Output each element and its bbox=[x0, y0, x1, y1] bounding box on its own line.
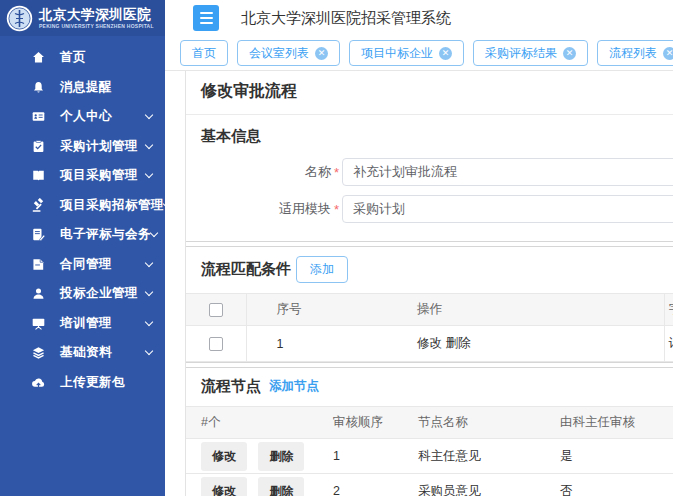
sidebar-item-label: 基础资料 bbox=[60, 344, 146, 361]
chevron-down-icon bbox=[150, 229, 158, 237]
page-title: 修改审批流程 bbox=[201, 82, 297, 99]
tab-close-icon[interactable]: ✕ bbox=[663, 47, 673, 60]
sidebar-item-bidding-management[interactable]: 项目采购招标管理 bbox=[0, 191, 165, 221]
flow-nodes-section: 流程节点 添加节点 #个 审核顺序 节点名称 由科主任审核 修改 bbox=[186, 367, 673, 496]
hospital-name-en: PEKING UNIVERSITY SHENZHEN HOSPITAL bbox=[39, 24, 154, 29]
tab-bar: 首页 会议室列表 ✕ 项目中标企业 ✕ 采购评标结果 ✕ 流程列表 ✕ 流程 ✕ bbox=[165, 36, 673, 71]
sidebar-item-training[interactable]: 培训管理 bbox=[0, 309, 165, 339]
tab-home[interactable]: 首页 bbox=[180, 40, 228, 66]
edit-node-button[interactable]: 修改 bbox=[201, 442, 247, 471]
basic-info-title: 基本信息 bbox=[201, 127, 673, 146]
contract-icon bbox=[30, 256, 46, 272]
chevron-down-icon bbox=[145, 347, 153, 355]
module-input[interactable] bbox=[342, 195, 673, 223]
tab-label: 首页 bbox=[192, 45, 216, 62]
name-input[interactable] bbox=[342, 158, 673, 186]
clipboard-check-icon bbox=[30, 138, 46, 154]
sidebar-item-base-data[interactable]: 基础资料 bbox=[0, 338, 165, 368]
tab-label: 采购评标结果 bbox=[485, 45, 557, 62]
sidebar-item-label: 上传更新包 bbox=[60, 374, 152, 391]
match-conditions-title: 流程匹配条件 bbox=[201, 260, 291, 279]
required-mark: * bbox=[334, 202, 339, 217]
select-all-checkbox[interactable] bbox=[209, 303, 223, 317]
flow-nodes-title: 流程节点 bbox=[201, 377, 261, 396]
order-cell: 1 bbox=[318, 439, 404, 474]
layers-icon bbox=[30, 345, 46, 361]
basic-info-section: 基本信息 名称 * 适用模块 * bbox=[186, 115, 673, 242]
tab-winning-enterprise[interactable]: 项目中标企业 ✕ bbox=[349, 40, 464, 66]
column-header-order: 审核顺序 bbox=[318, 407, 404, 439]
sidebar: 北京大学深圳医院 PEKING UNIVERSITY SHENZHEN HOSP… bbox=[0, 0, 165, 496]
app-title: 北京大学深圳医院招采管理系统 bbox=[241, 9, 451, 28]
column-header-field: 字段 bbox=[664, 294, 673, 326]
hospital-logo: 北京大学深圳医院 PEKING UNIVERSITY SHENZHEN HOSP… bbox=[0, 0, 165, 36]
row-checkbox[interactable] bbox=[209, 337, 223, 351]
sidebar-item-label: 项目采购招标管理 bbox=[60, 197, 164, 214]
hospital-emblem-icon bbox=[6, 5, 33, 32]
chevron-down-icon bbox=[145, 141, 153, 149]
sidebar-item-messages[interactable]: 消息提醒 bbox=[0, 73, 165, 103]
tab-label: 会议室列表 bbox=[249, 45, 309, 62]
flow-nodes-table: #个 审核顺序 节点名称 由科主任审核 修改 删除 1 科主任意见 bbox=[186, 406, 673, 496]
node-name-cell: 科主任意见 bbox=[404, 439, 545, 474]
tab-label: 流程列表 bbox=[609, 45, 657, 62]
order-cell: 2 bbox=[318, 474, 404, 496]
id-card-icon bbox=[30, 109, 46, 125]
add-condition-button[interactable]: 添加 bbox=[296, 256, 348, 283]
column-header-name: 节点名称 bbox=[404, 407, 545, 439]
sidebar-item-bidder-enterprise[interactable]: 投标企业管理 bbox=[0, 279, 165, 309]
page-content: 修改审批流程 基本信息 名称 * 适用模块 * 流程匹配条件 添加 bbox=[185, 71, 673, 496]
table-row: 修改 删除 2 采购员意见 否 bbox=[186, 474, 673, 496]
book-icon bbox=[30, 168, 46, 184]
tab-close-icon[interactable]: ✕ bbox=[439, 47, 452, 60]
sidebar-item-contract-management[interactable]: 合同管理 bbox=[0, 250, 165, 280]
document-pen-icon bbox=[30, 227, 46, 243]
tab-evaluation-result[interactable]: 采购评标结果 ✕ bbox=[473, 40, 588, 66]
tab-process-list[interactable]: 流程列表 ✕ bbox=[597, 40, 673, 66]
table-row: 修改 删除 1 科主任意见 是 bbox=[186, 439, 673, 474]
match-conditions-table: 序号 操作 字段 1 修改 删除 计划类型 bbox=[186, 293, 673, 362]
column-header-index: 序号 bbox=[246, 294, 387, 326]
chevron-down-icon bbox=[145, 170, 153, 178]
delete-node-button[interactable]: 删除 bbox=[258, 477, 304, 496]
dept-review-cell: 否 bbox=[545, 474, 673, 496]
sidebar-item-personal-center[interactable]: 个人中心 bbox=[0, 102, 165, 132]
sidebar-item-purchase-plan[interactable]: 采购计划管理 bbox=[0, 132, 165, 162]
table-row: 1 修改 删除 计划类型 bbox=[186, 326, 673, 362]
tab-label: 项目中标企业 bbox=[361, 45, 433, 62]
menu-toggle-button[interactable] bbox=[193, 5, 219, 31]
module-field-row: 适用模块 * bbox=[201, 195, 673, 223]
column-header-dept-review: 由科主任审核 bbox=[545, 407, 673, 439]
chevron-down-icon bbox=[145, 111, 153, 119]
home-icon bbox=[30, 50, 46, 66]
sidebar-item-label: 首页 bbox=[60, 49, 152, 66]
sidebar-item-label: 培训管理 bbox=[60, 315, 146, 332]
tab-close-icon[interactable]: ✕ bbox=[315, 47, 328, 60]
sidebar-item-label: 项目采购管理 bbox=[60, 167, 146, 184]
presentation-icon bbox=[30, 315, 46, 331]
name-field-row: 名称 * bbox=[201, 158, 673, 186]
field-cell: 计划类型 bbox=[664, 326, 673, 362]
match-conditions-section: 流程匹配条件 添加 序号 操作 字段 1 修改 删除 bbox=[186, 246, 673, 363]
tab-meeting-room-list[interactable]: 会议室列表 ✕ bbox=[237, 40, 340, 66]
sidebar-item-label: 采购计划管理 bbox=[60, 138, 146, 155]
node-name-cell: 采购员意见 bbox=[404, 474, 545, 496]
add-node-link[interactable]: 添加节点 bbox=[269, 378, 319, 395]
tab-close-icon[interactable]: ✕ bbox=[563, 47, 576, 60]
index-cell: 1 bbox=[246, 326, 387, 362]
sidebar-item-label: 消息提醒 bbox=[60, 79, 152, 96]
sidebar-item-upload-package[interactable]: 上传更新包 bbox=[0, 368, 165, 398]
edit-node-button[interactable]: 修改 bbox=[201, 477, 247, 496]
actions-cell[interactable]: 修改 删除 bbox=[387, 326, 664, 362]
sidebar-item-e-evaluation[interactable]: 电子评标与会务 bbox=[0, 220, 165, 250]
cloud-upload-icon bbox=[30, 374, 46, 390]
sidebar-item-home[interactable]: 首页 bbox=[0, 43, 165, 73]
sidebar-item-label: 投标企业管理 bbox=[60, 285, 146, 302]
column-header-num: #个 bbox=[186, 407, 318, 439]
table-header-row: #个 审核顺序 节点名称 由科主任审核 bbox=[186, 407, 673, 439]
gavel-icon bbox=[30, 197, 46, 213]
delete-node-button[interactable]: 删除 bbox=[258, 442, 304, 471]
sidebar-item-label: 合同管理 bbox=[60, 256, 146, 273]
sidebar-item-project-purchase[interactable]: 项目采购管理 bbox=[0, 161, 165, 191]
chevron-down-icon bbox=[145, 288, 153, 296]
